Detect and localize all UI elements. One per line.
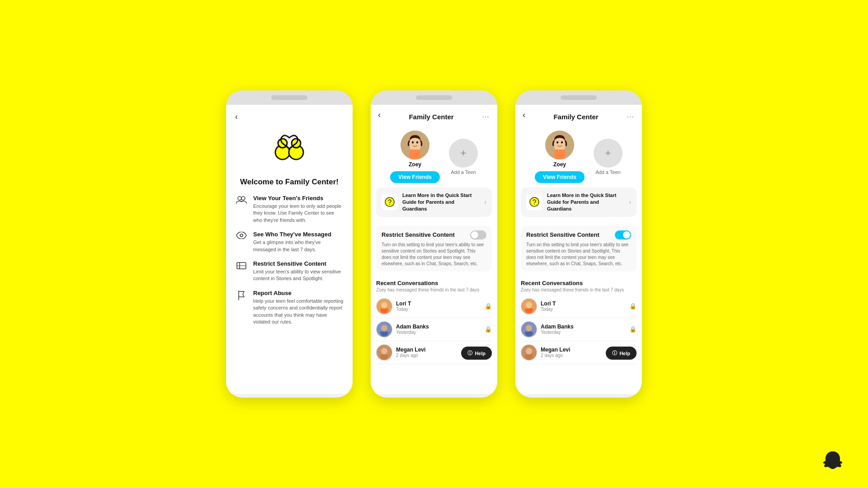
feature-restrict-title: Restrict Sensitive Content xyxy=(253,260,344,267)
fc3-convo-lori[interactable]: Lori T Today 🔒 xyxy=(521,295,637,318)
svg-point-4 xyxy=(238,197,241,200)
fc2-recent-title: Recent Conversations xyxy=(376,280,492,286)
fc2-convo-adam[interactable]: Adam Banks Yesterday 🔒 xyxy=(376,318,492,341)
fc3-lori-time: Today xyxy=(541,307,626,312)
fc2-lori-lock-icon: 🔒 xyxy=(485,303,492,310)
fc2-restrict-toggle[interactable] xyxy=(470,230,486,239)
fc3-convo-adam[interactable]: Adam Banks Yesterday 🔒 xyxy=(521,318,637,341)
fc2-help-label: Help xyxy=(475,351,486,356)
fc2-quick-start-text: Learn More in the Quick Start Guide for … xyxy=(402,192,480,212)
svg-point-17 xyxy=(385,197,394,206)
fc3-restrict-section: Restrict Sensitive Content Turn on this … xyxy=(515,223,642,278)
feature-friends: View Your Teen's Friends Encourage your … xyxy=(235,195,344,224)
fc2-adam-lock-icon: 🔒 xyxy=(485,326,492,333)
fc3-menu-button[interactable]: ⋯ xyxy=(627,113,635,121)
fc3-zoey-user: Zoey View Friends xyxy=(535,131,585,183)
fc3-recent-title: Recent Conversations xyxy=(521,280,637,286)
fc2-adam-name: Adam Banks xyxy=(396,324,481,330)
eye-icon xyxy=(235,232,248,239)
fc3-restrict-toggle[interactable] xyxy=(615,230,631,239)
svg-point-33 xyxy=(526,302,532,308)
back-button[interactable]: ‹ xyxy=(235,112,238,122)
feature-messages-title: See Who They've Messaged xyxy=(253,231,344,238)
svg-point-6 xyxy=(240,234,243,237)
fc2-back-button[interactable]: ‹ xyxy=(378,110,381,120)
fc2-quick-start-icon xyxy=(382,194,398,210)
svg-point-16 xyxy=(416,141,418,144)
fc2-help-icon: ⓘ xyxy=(467,350,472,357)
fc2-lori-info: Lori T Today xyxy=(396,300,481,312)
fc2-convo-megan[interactable]: Megan Levi 2 days ago ⓘ Help xyxy=(376,341,492,364)
svg-point-31 xyxy=(534,204,535,205)
svg-point-18 xyxy=(389,204,390,205)
friends-icon xyxy=(235,196,248,205)
svg-point-29 xyxy=(561,141,563,144)
fc2-restrict-section: Restrict Sensitive Content Turn on this … xyxy=(371,223,497,278)
fc3-add-teen[interactable]: + Add a Teen xyxy=(594,139,623,175)
fc2-help-btn[interactable]: ⓘ Help xyxy=(461,347,492,360)
fc3-lori-info: Lori T Today xyxy=(541,300,626,312)
restrict-icon xyxy=(235,261,248,270)
fc2-quick-start-chevron: › xyxy=(484,198,486,206)
fc2-restrict-title: Restrict Sensitive Content xyxy=(382,231,455,238)
fc3-lori-lock-icon: 🔒 xyxy=(629,303,637,310)
feature-messages-desc: Get a glimpse into who they've messaged … xyxy=(253,239,344,253)
fc3-lori-name: Lori T xyxy=(541,300,626,307)
phone-family-center-off: ‹ Family Center ⋯ xyxy=(371,90,497,398)
fc2-zoey-avatar xyxy=(401,131,429,160)
fc3-adam-time: Yesterday xyxy=(541,330,626,335)
fc3-megan-name: Megan Levi xyxy=(541,347,602,353)
fc2-menu-button[interactable]: ⋯ xyxy=(482,113,490,121)
fc2-megan-info: Megan Levi 2 days ago xyxy=(396,347,458,358)
fc3-quick-start-box[interactable]: Learn More in the Quick Start Guide for … xyxy=(521,188,637,217)
fc2-megan-name: Megan Levi xyxy=(396,347,458,353)
fc2-view-friends-btn[interactable]: View Friends xyxy=(390,171,440,183)
feature-friends-title: View Your Teen's Friends xyxy=(253,195,344,202)
fc2-add-teen[interactable]: + Add a Teen xyxy=(449,139,478,175)
fc2-add-teen-circle[interactable]: + xyxy=(449,139,478,168)
fc2-quick-start-box[interactable]: Learn More in the Quick Start Guide for … xyxy=(376,188,492,217)
fc3-add-teen-circle[interactable]: + xyxy=(594,139,623,168)
snapchat-logo xyxy=(821,450,844,475)
welcome-title: Welcome to Family Center! xyxy=(235,178,344,187)
fc3-restrict-title: Restrict Sensitive Content xyxy=(526,231,599,238)
fc2-megan-time: 2 days ago xyxy=(396,353,458,358)
fc3-add-teen-label: Add a Teen xyxy=(595,169,620,175)
fc3-quick-start-icon xyxy=(526,194,542,210)
fc3-restrict-desc: Turn on this setting to limit your teen'… xyxy=(526,242,631,267)
fc3-megan-time: 2 days ago xyxy=(541,353,602,358)
fc2-recent-subtitle: Zoey has messaged these friends in the l… xyxy=(376,287,492,292)
phone-notch xyxy=(226,90,353,105)
svg-point-24 xyxy=(381,348,387,354)
fc2-convo-lori[interactable]: Lori T Today 🔒 xyxy=(376,295,492,318)
svg-point-5 xyxy=(241,197,245,200)
fc3-restrict-header: Restrict Sensitive Content xyxy=(526,230,631,239)
fc3-recent-subtitle: Zoey has messaged these friends in the l… xyxy=(521,287,637,292)
fc2-zoey-user: Zoey View Friends xyxy=(390,131,440,183)
fc2-restrict-desc: Turn on this setting to limit your teen'… xyxy=(382,242,486,267)
fc2-adam-avatar xyxy=(376,321,392,338)
fc3-recent-section: Recent Conversations Zoey has messaged t… xyxy=(515,278,642,368)
fc3-back-button[interactable]: ‹ xyxy=(523,110,525,120)
flag-icon xyxy=(235,291,248,300)
fc3-view-friends-btn[interactable]: View Friends xyxy=(535,171,585,183)
fc3-user-row: Zoey View Friends + Add a Teen xyxy=(515,127,642,185)
phone-welcome: ‹ Welcome to Family Center! xyxy=(226,90,353,398)
fc2-recent-section: Recent Conversations Zoey has messaged t… xyxy=(371,278,497,368)
fc2-adam-time: Yesterday xyxy=(396,330,481,335)
fc2-user-row: Zoey View Friends + Add a Teen xyxy=(371,127,497,185)
phone3-notch xyxy=(515,90,642,105)
fc3-adam-info: Adam Banks Yesterday xyxy=(541,324,626,335)
fc3-help-btn[interactable]: ⓘ Help xyxy=(606,347,637,360)
fc3-quick-start-section: Learn More in the Quick Start Guide for … xyxy=(515,185,642,223)
fc3-help-label: Help xyxy=(619,351,630,356)
fc2-lori-name: Lori T xyxy=(396,300,481,307)
fc3-convo-megan[interactable]: Megan Levi 2 days ago ⓘ Help xyxy=(521,341,637,364)
feature-friends-desc: Encourage your teen to only add people t… xyxy=(253,203,344,224)
svg-point-15 xyxy=(412,141,414,144)
fc3-adam-lock-icon: 🔒 xyxy=(629,326,637,333)
fc2-megan-avatar xyxy=(376,344,392,361)
fc2-restrict-box: Restrict Sensitive Content Turn on this … xyxy=(376,226,492,272)
fc2-adam-info: Adam Banks Yesterday xyxy=(396,324,481,335)
fc3-adam-name: Adam Banks xyxy=(541,324,626,330)
